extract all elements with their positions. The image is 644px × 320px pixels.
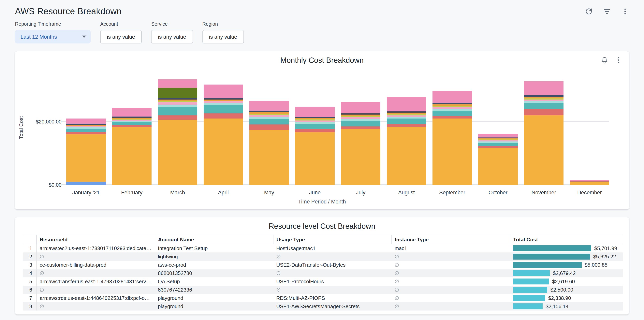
cell-usage-type[interactable]: ∅ bbox=[273, 252, 392, 261]
account-filter-button[interactable]: is any value bbox=[100, 30, 142, 44]
bar-segment[interactable] bbox=[66, 135, 106, 182]
cell-total-cost[interactable]: $5,701.99 bbox=[510, 244, 623, 252]
cell-account-name[interactable]: 830767422336 bbox=[155, 286, 273, 294]
bar-segment[interactable] bbox=[524, 101, 564, 103]
bar-segment[interactable] bbox=[524, 99, 564, 101]
bar-segment[interactable] bbox=[432, 116, 472, 119]
bar-segment[interactable] bbox=[204, 101, 243, 103]
bar-segment[interactable] bbox=[478, 143, 518, 146]
bar-segment[interactable] bbox=[295, 129, 335, 132]
cell-usage-type[interactable]: ∅ bbox=[273, 269, 392, 277]
bar-segment[interactable] bbox=[524, 103, 564, 109]
bar-segment[interactable] bbox=[295, 132, 335, 185]
bar-segment[interactable] bbox=[432, 104, 472, 106]
bar-segment[interactable] bbox=[387, 97, 426, 111]
cell-instance-type[interactable]: ∅ bbox=[392, 269, 510, 277]
cell-instance-type[interactable]: ∅ bbox=[392, 294, 510, 302]
cell-account-name[interactable]: playground bbox=[155, 294, 273, 302]
cell-account-name[interactable]: Integration Test Setup bbox=[155, 244, 273, 252]
stacked-bar[interactable] bbox=[158, 79, 197, 185]
bar-segment[interactable] bbox=[524, 115, 564, 185]
bar-segment[interactable] bbox=[432, 91, 472, 103]
bar-segment[interactable] bbox=[204, 99, 243, 101]
stacked-bar[interactable] bbox=[250, 101, 289, 185]
cell-instance-type[interactable]: ∅ bbox=[392, 277, 510, 286]
stacked-bar[interactable] bbox=[387, 97, 426, 185]
cell-resource-id[interactable]: arn:aws:rds:us-east-1:448640225317:db:pc… bbox=[36, 294, 155, 302]
bar-segment[interactable] bbox=[432, 111, 472, 116]
bar-segment[interactable] bbox=[158, 102, 197, 105]
bar-segment[interactable] bbox=[250, 112, 289, 114]
bar-segment[interactable] bbox=[204, 113, 243, 119]
bar-segment[interactable] bbox=[158, 107, 197, 115]
cell-total-cost[interactable]: $5,000.85 bbox=[510, 261, 623, 269]
bar-segment[interactable] bbox=[112, 127, 152, 185]
bar-segment[interactable] bbox=[524, 95, 564, 97]
cell-resource-id[interactable]: ∅ bbox=[36, 269, 155, 277]
cell-usage-type[interactable]: HostUsage:mac1 bbox=[273, 244, 392, 252]
cell-resource-id[interactable]: ∅ bbox=[36, 252, 155, 261]
cell-total-cost[interactable]: $2,156.14 bbox=[510, 302, 623, 310]
bar-segment[interactable] bbox=[112, 108, 152, 117]
bar-segment[interactable] bbox=[432, 107, 472, 109]
bar-segment[interactable] bbox=[341, 129, 380, 185]
bar-segment[interactable] bbox=[66, 182, 106, 185]
refresh-icon[interactable] bbox=[585, 8, 593, 16]
cell-total-cost[interactable]: $2,500.00 bbox=[510, 286, 623, 294]
column-header[interactable]: Total Cost bbox=[510, 235, 623, 244]
bar-segment[interactable] bbox=[432, 119, 472, 185]
cell-total-cost[interactable]: $2,679.42 bbox=[510, 269, 623, 277]
bar-segment[interactable] bbox=[387, 115, 426, 117]
bar-segment[interactable] bbox=[524, 97, 564, 98]
bar-segment[interactable] bbox=[295, 124, 335, 129]
cell-instance-type[interactable]: ∅ bbox=[392, 302, 510, 310]
bar-segment[interactable] bbox=[387, 127, 426, 185]
timeframe-dropdown[interactable]: Last 12 Months bbox=[15, 30, 91, 44]
bar-segment[interactable] bbox=[66, 127, 106, 129]
bar-segment[interactable] bbox=[250, 101, 289, 111]
bar-segment[interactable] bbox=[158, 115, 197, 120]
bar-segment[interactable] bbox=[295, 107, 335, 117]
bar-segment[interactable] bbox=[524, 109, 564, 115]
cell-total-cost[interactable]: $2,619.60 bbox=[510, 277, 623, 286]
bar-segment[interactable] bbox=[158, 105, 197, 107]
stacked-bar[interactable] bbox=[112, 108, 152, 185]
bar-segment[interactable] bbox=[341, 121, 380, 126]
bar-segment[interactable] bbox=[250, 124, 289, 130]
stacked-bar[interactable] bbox=[66, 119, 106, 185]
cell-usage-type[interactable]: USE2-DataTransfer-Out-Bytes bbox=[273, 261, 392, 269]
cell-resource-id[interactable]: ∅ bbox=[36, 302, 155, 310]
cell-usage-type[interactable]: USE1-ProtocolHours bbox=[273, 277, 392, 286]
cell-instance-type[interactable]: ∅ bbox=[392, 261, 510, 269]
cell-resource-id[interactable]: ce-customer-billing-data-prod bbox=[36, 261, 155, 269]
bar-segment[interactable] bbox=[478, 134, 518, 138]
cell-account-name[interactable]: lightwing bbox=[155, 252, 273, 261]
bar-segment[interactable] bbox=[341, 102, 380, 114]
column-header[interactable]: Usage Type bbox=[273, 235, 392, 244]
bar-segment[interactable] bbox=[295, 122, 335, 124]
column-header[interactable]: ResourceId bbox=[36, 235, 155, 244]
kebab-menu-icon[interactable] bbox=[615, 56, 623, 64]
stacked-bar[interactable] bbox=[432, 91, 472, 185]
cell-resource-id[interactable]: ∅ bbox=[36, 286, 155, 294]
bar-segment[interactable] bbox=[66, 132, 106, 135]
stacked-bar[interactable] bbox=[524, 81, 564, 185]
stacked-bar[interactable] bbox=[478, 134, 518, 185]
bar-segment[interactable] bbox=[66, 119, 106, 124]
bar-segment[interactable] bbox=[341, 119, 380, 121]
bar-segment[interactable] bbox=[341, 117, 380, 119]
bar-segment[interactable] bbox=[250, 130, 289, 185]
cell-instance-type[interactable]: ∅ bbox=[392, 252, 510, 261]
stacked-bar[interactable] bbox=[341, 102, 380, 185]
cell-account-name[interactable]: QA Setup bbox=[155, 277, 273, 286]
bar-segment[interactable] bbox=[387, 117, 426, 119]
alert-bell-icon[interactable] bbox=[600, 56, 608, 64]
bar-segment[interactable] bbox=[112, 122, 152, 125]
stacked-bar[interactable] bbox=[204, 84, 243, 185]
bar-segment[interactable] bbox=[387, 124, 426, 127]
bar-segment[interactable] bbox=[478, 141, 518, 143]
cell-account-name[interactable]: 868001352780 bbox=[155, 269, 273, 277]
bar-segment[interactable] bbox=[387, 119, 426, 124]
cell-usage-type[interactable]: ∅ bbox=[273, 286, 392, 294]
cell-resource-id[interactable]: arn:aws:ec2:us-east-1:733017110293:dedic… bbox=[36, 244, 155, 252]
